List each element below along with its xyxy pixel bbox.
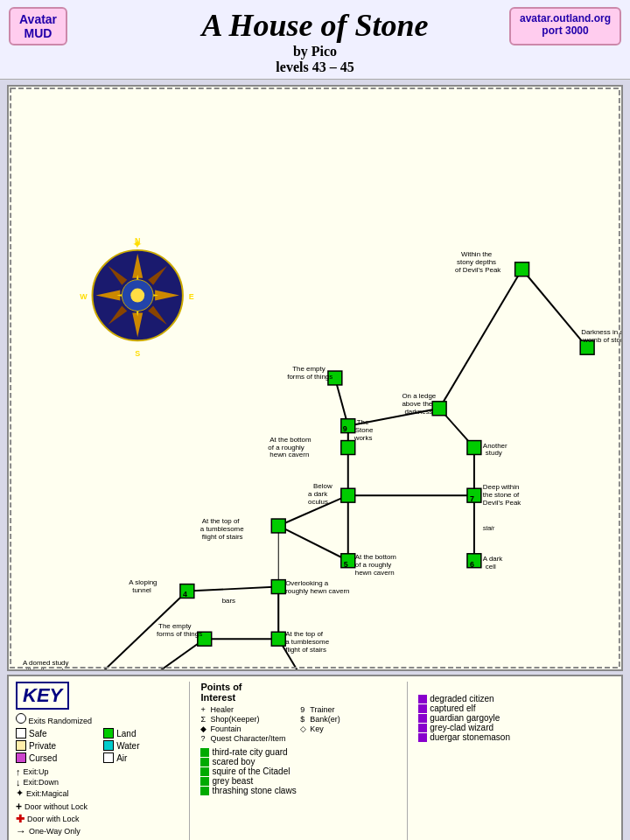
npc-grey-wizard: grey-clad wizard — [418, 723, 614, 732]
svg-rect-103 — [341, 488, 355, 502]
svg-text:of Devil's Peak: of Devil's Peak — [455, 266, 500, 274]
levels: levels 43 – 45 — [0, 60, 630, 75]
svg-text:N: N — [135, 236, 140, 245]
key-safe: Safe — [16, 728, 96, 738]
svg-text:hewn cavern: hewn cavern — [270, 451, 309, 458]
svg-text:A domed study: A domed study — [23, 659, 69, 667]
svg-text:5: 5 — [344, 560, 348, 569]
svg-text:9: 9 — [343, 424, 347, 433]
svg-text:Deep within: Deep within — [483, 483, 519, 491]
svg-text:At the bottom: At the bottom — [355, 553, 397, 561]
svg-text:a tumblesome: a tumblesome — [285, 638, 329, 646]
svg-text:At the top of: At the top of — [285, 630, 324, 638]
svg-text:6: 6 — [470, 560, 474, 569]
key-title: KEY — [16, 682, 69, 710]
key-private: Private — [16, 740, 96, 751]
svg-text:darkness: darkness — [404, 408, 432, 416]
svg-text:4: 4 — [183, 590, 187, 598]
svg-text:cell: cell — [486, 563, 496, 570]
one-way: → One-Way Only — [16, 825, 178, 837]
svg-text:stony depths: stony depths — [457, 258, 496, 266]
air-box — [103, 752, 114, 763]
svg-text:flight of stairs: flight of stairs — [202, 533, 243, 541]
map-svg: ✦ N S W E hoist Qfcol bars — [9, 87, 621, 669]
page-header: Avatar MUD avatar.outland.org port 3000 … — [0, 0, 630, 80]
svg-text:Darkness in a: Darkness in a — [581, 328, 621, 336]
svg-text:womb of stone: womb of stone — [582, 336, 621, 344]
svg-text:The empty: The empty — [158, 622, 192, 630]
svg-text:A dark: A dark — [483, 555, 503, 563]
door-no-lock: + Door without Lock — [16, 801, 178, 813]
npc-captured-elf: captured elf — [418, 704, 614, 713]
svg-text:E: E — [189, 292, 194, 301]
svg-text:W: W — [80, 292, 88, 301]
svg-text:7: 7 — [470, 494, 474, 503]
npc-thrashing: thrashing stone claws — [200, 786, 396, 795]
svg-text:bars: bars — [222, 597, 235, 605]
svg-text:forms of things: forms of things — [157, 630, 202, 638]
svg-text:Below: Below — [313, 482, 332, 490]
svg-text:At the top of: At the top of — [202, 517, 241, 525]
npc-degraded: degraded citizen — [418, 694, 614, 704]
svg-text:stair: stair — [483, 525, 495, 531]
exits-randomized-label: Exits Randomized — [29, 717, 93, 725]
svg-text:The empty: The empty — [292, 365, 326, 373]
poi-title: Points ofInterest — [200, 682, 396, 703]
svg-text:tunnel: tunnel — [132, 586, 151, 594]
land-box — [103, 728, 114, 738]
svg-rect-112 — [341, 441, 355, 455]
svg-text:a dark: a dark — [308, 490, 327, 498]
private-box — [16, 740, 26, 751]
svg-text:roughly hewn cavern: roughly hewn cavern — [285, 587, 349, 595]
safe-box — [16, 728, 26, 738]
svg-text:of a roughly: of a roughly — [268, 444, 304, 452]
map-area: ✦ N S W E hoist Qfcol bars — [7, 85, 623, 671]
door-with-lock: ✚ Door with Lock — [16, 813, 178, 825]
svg-text:the stone of: the stone of — [483, 491, 520, 499]
npc-section: degraded citizen captured elf guardian g… — [418, 682, 614, 840]
svg-rect-131 — [515, 262, 529, 276]
water-box — [103, 740, 114, 751]
svg-text:On a ledge: On a ledge — [402, 392, 436, 400]
svg-rect-116 — [467, 441, 481, 455]
key-area: KEY Exits Randomized Safe Land Private W… — [7, 675, 623, 840]
key-cursed: Cursed — [16, 752, 96, 763]
svg-rect-83 — [271, 580, 285, 594]
npc-squire: squire of the Citadel — [200, 766, 396, 776]
svg-text:of a roughly: of a roughly — [355, 561, 392, 569]
svg-rect-86 — [271, 632, 285, 646]
svg-rect-127 — [432, 402, 446, 416]
svg-text:Within the: Within the — [461, 250, 493, 258]
svg-text:At the bottom: At the bottom — [270, 436, 312, 444]
svg-text:flight of stairs: flight of stairs — [285, 646, 326, 654]
cursed-box — [16, 752, 26, 763]
exit-down: ↓ Exit:Down — [16, 777, 178, 788]
key-section: KEY Exits Randomized Safe Land Private W… — [16, 682, 178, 840]
npc-third-rate: third-rate city guard — [200, 747, 396, 757]
svg-text:forms of things: forms of things — [287, 373, 332, 381]
exit-magical: ✦ Exit:Magical — [16, 788, 178, 799]
server-badge: avatar.outland.org port 3000 — [509, 7, 621, 46]
svg-text:Stone: Stone — [355, 426, 374, 434]
npc-scared-boy: scared boy — [200, 757, 396, 766]
avatar-mud-badge: Avatar MUD — [9, 7, 67, 46]
npc-grey-beast: grey beast — [200, 776, 396, 786]
npc-guardian: guardian gargoyle — [418, 713, 614, 723]
svg-text:works: works — [354, 434, 373, 442]
svg-text:oculus: oculus — [308, 498, 328, 506]
svg-text:Another: Another — [483, 442, 508, 450]
svg-text:S: S — [135, 349, 140, 358]
svg-text:hewn cavern: hewn cavern — [355, 569, 395, 577]
svg-text:Devil's Peak: Devil's Peak — [483, 499, 521, 507]
svg-text:Overlooking a: Overlooking a — [285, 579, 329, 587]
poi-section: Points ofInterest +Healer 9Trainer ΣShop… — [200, 682, 396, 840]
key-water: Water — [103, 740, 178, 751]
key-land: Land — [103, 728, 178, 738]
exit-up: ↑ Exit:Up — [16, 766, 178, 777]
npc-duergar: duergar stonemason — [418, 732, 614, 742]
svg-text:A sloping: A sloping — [129, 578, 157, 586]
key-air: Air — [103, 752, 178, 763]
svg-text:The: The — [357, 418, 369, 426]
svg-text:study: study — [486, 449, 502, 457]
svg-rect-90 — [271, 519, 285, 533]
